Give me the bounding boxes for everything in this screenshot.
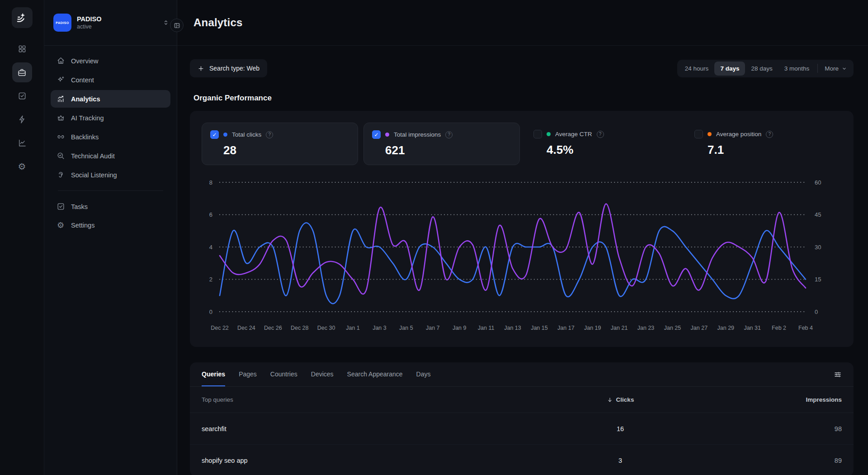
table-row[interactable]: shopify seo app 3 89 — [190, 445, 854, 475]
link-icon — [56, 133, 65, 141]
sparkle-logo-icon[interactable] — [12, 7, 33, 28]
total-impressions-checkbox[interactable]: ✓ — [372, 130, 381, 139]
sidebar: PADISO PADISO active — [44, 0, 177, 475]
sidebar-item-analytics[interactable]: Analytics — [51, 90, 170, 108]
search-type-filter-button[interactable]: Search type: Web — [190, 59, 267, 77]
total-clicks-checkbox[interactable]: ✓ — [210, 130, 219, 139]
table-filter-button[interactable] — [834, 370, 842, 379]
metric-card-average-ctr[interactable]: ✓ Average CTR ? 4.5% — [525, 123, 681, 165]
metric-value: 4.5% — [547, 143, 673, 157]
search-check-icon — [56, 152, 65, 160]
time-range-24-hours[interactable]: 24 hours — [679, 62, 715, 76]
metric-card-total-impressions[interactable]: ✓ Total impressions ? 621 — [363, 123, 520, 165]
bolt-icon[interactable] — [12, 109, 32, 129]
sidebar-item-tasks[interactable]: Tasks — [51, 198, 170, 215]
tab-devices[interactable]: Devices — [311, 362, 334, 386]
grid-icon[interactable] — [12, 39, 32, 59]
toolbar: Search type: Web 24 hours 7 days 28 days… — [190, 59, 854, 77]
sidebar-collapse-button[interactable] — [170, 19, 184, 32]
sparkles-icon — [56, 76, 65, 84]
main-content: Analytics Search type: Web 24 hours 7 da… — [177, 0, 868, 475]
svg-text:0: 0 — [209, 309, 212, 315]
help-icon[interactable]: ? — [766, 131, 773, 138]
crown-icon — [56, 114, 65, 122]
svg-text:2: 2 — [209, 276, 212, 283]
help-icon[interactable]: ? — [445, 131, 453, 138]
performance-line-chart[interactable]: 00215430645860Dec 22Dec 24Dec 26Dec 28De… — [202, 176, 842, 335]
sidebar-item-technical-audit[interactable]: Technical Audit — [51, 147, 170, 165]
queries-table-panel: Queries Pages Countries Devices Search A… — [190, 362, 854, 475]
impressions-cell: 89 — [835, 457, 842, 464]
time-range-more-button[interactable]: More — [820, 62, 852, 76]
average-ctr-checkbox[interactable]: ✓ — [533, 130, 542, 138]
svg-text:15: 15 — [815, 276, 821, 283]
svg-text:Jan 15: Jan 15 — [531, 325, 548, 331]
workspace-status: active — [77, 24, 157, 30]
gear-icon[interactable]: ⚙ — [12, 157, 32, 176]
impressions-cell: 98 — [835, 425, 842, 432]
sidebar-item-ai-tracking[interactable]: AI Tracking — [51, 109, 170, 127]
tab-days[interactable]: Days — [416, 362, 431, 386]
filter-button-label: Search type: Web — [209, 65, 259, 72]
sidebar-nav: Overview Content Analyti — [44, 46, 177, 234]
line-chart-icon[interactable] — [12, 133, 32, 153]
sidebar-item-label: Tasks — [71, 203, 88, 210]
page-title: Analytics — [193, 16, 243, 29]
ear-icon — [56, 171, 65, 179]
metric-card-average-position[interactable]: ✓ Average position ? 7.1 — [686, 123, 842, 165]
time-range-7-days[interactable]: 7 days — [714, 62, 745, 76]
sidebar-item-label: Analytics — [71, 95, 100, 103]
check-square-icon[interactable] — [12, 86, 32, 106]
sidebar-item-settings[interactable]: ⚙ Settings — [51, 217, 170, 234]
tab-queries[interactable]: Queries — [202, 362, 225, 386]
svg-text:8: 8 — [209, 179, 212, 186]
time-range-28-days[interactable]: 28 days — [745, 62, 778, 76]
series-color-dot — [385, 133, 389, 137]
gear-icon: ⚙ — [56, 221, 65, 229]
column-header-clicks[interactable]: Clicks — [607, 396, 634, 403]
workspace-name: PADISO — [77, 15, 157, 23]
workspace-switcher[interactable]: PADISO PADISO active — [44, 0, 177, 46]
column-header-impressions[interactable]: Impressions — [806, 396, 842, 403]
chevron-up-down-icon[interactable] — [162, 19, 170, 26]
svg-text:Jan 7: Jan 7 — [426, 325, 440, 331]
tab-search-appearance[interactable]: Search Appearance — [347, 362, 403, 386]
time-range-3-months[interactable]: 3 months — [778, 62, 816, 76]
metric-label: Average position — [716, 131, 761, 138]
metric-label: Total clicks — [232, 131, 261, 138]
metrics-row: ✓ Total clicks ? 28 ✓ Total impressions — [202, 123, 842, 165]
check-square-icon — [56, 202, 65, 211]
app-window: ⚙ PADISO PADISO active — [0, 0, 868, 475]
tab-pages[interactable]: Pages — [239, 362, 257, 386]
svg-text:Jan 21: Jan 21 — [611, 325, 628, 331]
svg-text:Jan 3: Jan 3 — [373, 325, 387, 331]
sidebar-item-social-listening[interactable]: Social Listening — [51, 166, 170, 184]
briefcase-icon[interactable] — [12, 62, 32, 82]
sidebar-item-label: Backlinks — [71, 133, 99, 141]
svg-text:Dec 26: Dec 26 — [264, 325, 282, 331]
metric-value: 621 — [385, 143, 511, 157]
svg-text:Dec 24: Dec 24 — [237, 325, 255, 331]
sidebar-item-backlinks[interactable]: Backlinks — [51, 128, 170, 146]
nav-divider — [58, 190, 163, 191]
sort-desc-icon — [607, 397, 613, 403]
clicks-cell: 3 — [618, 457, 622, 464]
sidebar-item-content[interactable]: Content — [51, 71, 170, 89]
sidebar-item-overview[interactable]: Overview — [51, 52, 170, 70]
sidebar-item-label: Social Listening — [71, 171, 117, 179]
series-color-dot — [223, 133, 227, 137]
chevron-down-icon — [841, 66, 847, 71]
help-icon[interactable]: ? — [597, 131, 604, 138]
sidebar-item-label: Content — [71, 76, 94, 84]
metric-value: 7.1 — [708, 143, 834, 157]
average-position-checkbox[interactable]: ✓ — [694, 130, 703, 138]
metric-card-total-clicks[interactable]: ✓ Total clicks ? 28 — [202, 123, 358, 165]
table-row[interactable]: searchfit 16 98 — [190, 413, 854, 445]
tab-countries[interactable]: Countries — [270, 362, 297, 386]
help-icon[interactable]: ? — [266, 131, 273, 138]
svg-text:Dec 22: Dec 22 — [211, 325, 229, 331]
svg-text:Jan 27: Jan 27 — [691, 325, 708, 331]
plus-icon — [198, 65, 204, 72]
sidebar-item-label: Technical Audit — [71, 152, 115, 160]
workspace-avatar: PADISO — [53, 14, 71, 32]
